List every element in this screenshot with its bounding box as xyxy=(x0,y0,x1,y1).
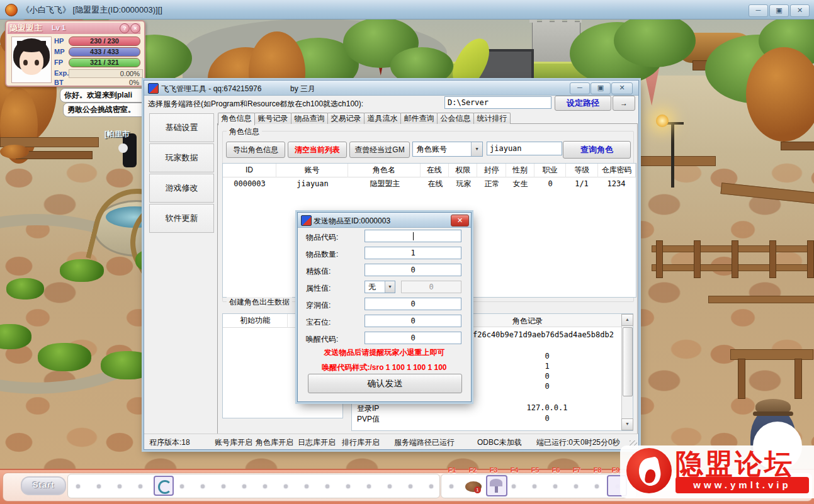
sidebar-item-player-data[interactable]: 玩家数据 xyxy=(149,143,214,172)
help-icon[interactable]: ? xyxy=(120,23,130,33)
col-header[interactable]: 角色名 xyxy=(348,164,420,177)
cell-ban: 正常 xyxy=(478,177,506,191)
avatar xyxy=(11,36,52,83)
scene-bench xyxy=(639,156,716,166)
col-header[interactable]: 权限 xyxy=(449,164,477,177)
tab-account-records[interactable]: 账号记录 xyxy=(254,113,291,124)
scene-lamp-light xyxy=(656,115,669,127)
game-app-icon xyxy=(5,4,18,16)
col-header[interactable]: ID xyxy=(223,164,276,177)
dialog-hint-1: 发送物品后请提醒玩家小退重上即可 xyxy=(298,347,471,358)
status-rank-db: 排行库开启 xyxy=(342,437,380,448)
tab-trade-records[interactable]: 交易记录 xyxy=(327,113,365,124)
skill-icon[interactable] xyxy=(154,476,174,496)
record-header: 角色记录 xyxy=(512,316,543,327)
awake-code-input[interactable] xyxy=(365,332,461,344)
gem-slot-input[interactable] xyxy=(365,315,461,327)
avatar-bangs xyxy=(17,41,46,52)
query-role-button[interactable]: 查询角色 xyxy=(563,141,631,159)
col-header[interactable]: 性别 xyxy=(506,164,534,177)
scrollbar[interactable]: ▲ ▼ xyxy=(621,314,633,429)
watermark-logo-icon xyxy=(626,448,672,493)
watermark-url: www.ymlt.vip xyxy=(676,477,809,493)
gem-slot-label: 宝石位: xyxy=(306,317,331,328)
character-name: 隐盟盟主 xyxy=(9,23,42,34)
tab-role-info[interactable]: 角色信息 xyxy=(218,113,255,125)
col-header[interactable]: 等级 xyxy=(566,164,597,177)
server-path-input[interactable] xyxy=(444,96,551,109)
item-qty-input[interactable] xyxy=(365,247,461,259)
tab-stats-ranking[interactable]: 统计排行 xyxy=(473,113,511,124)
table-row[interactable]: 0000003 jiayuan 隐盟盟主 在线 玩家 正常 女生 0 1/1 1… xyxy=(223,177,636,191)
scene-fence-rail xyxy=(708,296,814,303)
confirm-send-button[interactable]: 确认发送 xyxy=(308,374,462,393)
chevron-down-icon[interactable]: ▼ xyxy=(385,281,395,293)
hotbar-left[interactable] xyxy=(67,474,440,498)
search-input[interactable] xyxy=(487,142,562,155)
mp-bar: 433 / 433 xyxy=(69,47,140,57)
fkey-label: F5 xyxy=(528,466,543,474)
cell-job: 0 xyxy=(534,177,566,191)
scene-lamp-pole xyxy=(671,125,674,188)
cell-role-name: 隐盟盟主 xyxy=(349,177,421,191)
status-uptime: 端已运行:0天0时25分0秒 xyxy=(536,437,620,448)
tool-minimize-button[interactable]: ─ xyxy=(570,82,590,94)
scene-table-leg xyxy=(738,359,745,399)
fkey-label: F8 xyxy=(590,466,605,474)
tool-maximize-button[interactable]: ▣ xyxy=(591,82,611,94)
tab-item-flow[interactable]: 道具流水 xyxy=(364,113,401,124)
item-icon[interactable] xyxy=(486,475,507,496)
check-gm-button[interactable]: 查曾经当过GM xyxy=(349,142,410,158)
bt-label: BT xyxy=(54,79,64,86)
clear-list-button[interactable]: 清空当前列表 xyxy=(288,142,347,158)
col-header[interactable]: 在线 xyxy=(421,164,449,177)
start-button[interactable]: Start xyxy=(21,476,66,495)
scene-autumn-tree xyxy=(746,47,814,142)
sidebar-item-software-update[interactable]: 软件更新 xyxy=(149,204,214,233)
col-header[interactable]: 仓库密码 xyxy=(598,164,636,177)
tool-close-button[interactable]: ✕ xyxy=(611,82,633,94)
tool-title-by: by 三月 xyxy=(290,84,315,94)
search-type-dropdown[interactable]: 角色账号 ▼ xyxy=(412,142,483,157)
hp-bar: 230 / 230 xyxy=(69,36,140,46)
pierce-input[interactable] xyxy=(365,298,461,310)
cell-permission: 玩家 xyxy=(449,177,478,191)
maximize-button[interactable]: ▣ xyxy=(769,4,789,17)
item-code-input[interactable] xyxy=(365,230,461,242)
server-path-label: 选择服务端路径(如Program和Resource都放在ch100就选ch100… xyxy=(148,99,363,109)
character-level: Lv 1 xyxy=(52,24,65,31)
col-header[interactable]: 职业 xyxy=(534,164,566,177)
tab-mail-query[interactable]: 邮件查询 xyxy=(400,113,438,124)
refine-input[interactable] xyxy=(365,264,461,276)
chevron-down-icon[interactable]: ▼ xyxy=(471,142,482,156)
scroll-down-icon[interactable]: ▼ xyxy=(621,418,633,430)
export-roles-button[interactable]: 导出角色信息 xyxy=(226,142,285,158)
fkey-label: F2 xyxy=(465,466,480,474)
close-icon[interactable]: × xyxy=(130,23,140,33)
cell-online: 在线 xyxy=(421,177,449,191)
col-header[interactable]: 账号 xyxy=(276,164,348,177)
map-name-label: [帕里市 xyxy=(105,129,130,140)
tab-guild-info[interactable]: 公会信息 xyxy=(437,113,474,124)
tab-item-query[interactable]: 物品查询 xyxy=(291,113,328,124)
scene-fence-post xyxy=(807,240,814,278)
close-button[interactable]: ✕ xyxy=(790,4,810,17)
sidebar-item-game-modify[interactable]: 游戏修改 xyxy=(149,174,214,203)
set-path-button[interactable]: 设定路径 xyxy=(555,96,611,111)
attribute-dropdown-value: 无 xyxy=(368,283,376,291)
sidebar-item-basic-settings[interactable]: 基础设置 xyxy=(149,113,214,142)
minimize-button[interactable]: ─ xyxy=(749,4,768,17)
tool-statusbar: 程序版本:18 账号库开启 角色库开启 日志库开启 排行库开启 服务端路径已运行… xyxy=(144,434,638,449)
attribute-dropdown[interactable]: 无 ▼ xyxy=(365,281,395,293)
scroll-up-icon[interactable]: ▲ xyxy=(621,314,633,326)
scrollbar-thumb[interactable] xyxy=(623,327,633,396)
cell-storage-pw: 1234 xyxy=(597,177,635,191)
send-item-dialog: 发送物品至ID:0000003 ✕ 物品代码: 物品数量: 精炼值: 属性值: … xyxy=(297,212,472,402)
scene-player-sack xyxy=(118,143,128,153)
fp-bar: 321 / 321 xyxy=(69,58,140,67)
path-arrow-button[interactable]: → xyxy=(613,96,635,111)
dialog-close-button[interactable]: ✕ xyxy=(451,215,469,227)
skill-icon-glyph xyxy=(158,480,172,494)
col-header[interactable]: 初始功能 xyxy=(223,314,288,328)
col-header[interactable]: 封停 xyxy=(477,164,506,177)
